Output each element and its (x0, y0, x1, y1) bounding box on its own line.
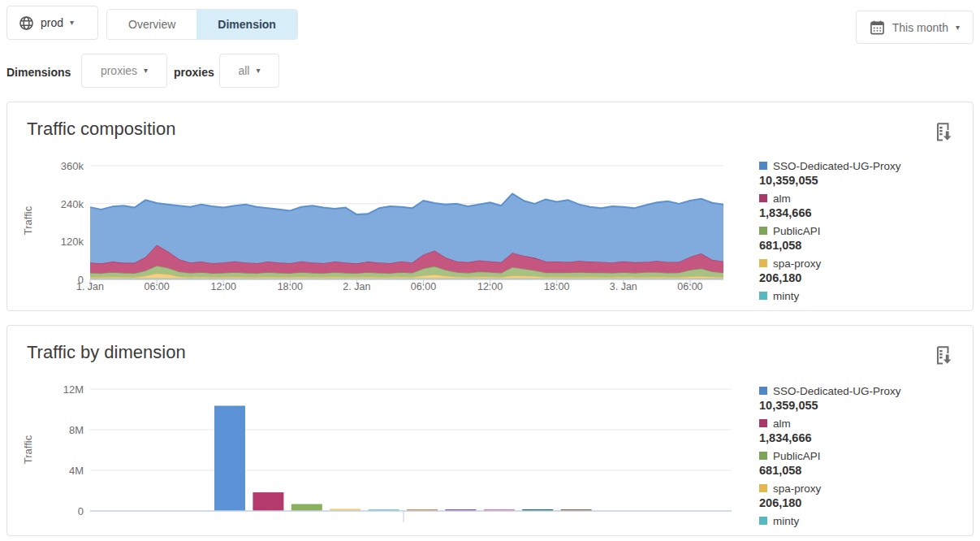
chevron-down-icon: ▾ (144, 67, 148, 75)
y-tick-label: 360k (30, 160, 84, 172)
traffic-by-dimension-card: Traffic by dimension Traffic 04M8M12M SS… (6, 325, 974, 536)
legend-swatch (759, 259, 767, 267)
legend-label: spa-proxy (773, 258, 821, 270)
dimension-select[interactable]: proxies ▾ (81, 54, 167, 88)
filters-row: Dimensions proxies ▾ proxies all ▾ (0, 50, 980, 96)
legend-item: spa-proxy206,180 (759, 255, 962, 288)
area-series-SSO-Dedicated-UG-Proxy (90, 193, 723, 263)
y-tick-label: 240k (30, 198, 84, 210)
x-tick-label: 12:00 (211, 281, 236, 292)
dimension-value-select[interactable]: all ▾ (219, 54, 279, 88)
legend-value (759, 529, 962, 536)
chevron-down-icon: ▾ (256, 67, 260, 75)
legend-value: 1,834,666 (759, 206, 962, 223)
legend-label: SSO-Dedicated-UG-Proxy (773, 160, 901, 172)
x-tick-label: 1. Jan (76, 281, 104, 292)
legend-swatch (759, 452, 767, 460)
chart-legend: SSO-Dedicated-UG-Proxy10,359,055alm1,834… (759, 383, 962, 536)
legend-item: alm1,834,666 (759, 415, 962, 448)
legend-value (759, 304, 962, 311)
bar-alm (253, 492, 283, 511)
x-tick-label: 18:00 (278, 281, 303, 292)
card-title: Traffic composition (27, 119, 175, 140)
y-tick-label: 12M (30, 383, 84, 396)
dimension-name-label: proxies (174, 66, 214, 79)
legend-item: alm1,834,666 (759, 190, 962, 223)
chevron-down-icon: ▾ (70, 19, 74, 27)
chevron-down-icon: ▾ (956, 24, 960, 32)
y-axis-title: Traffic (22, 206, 34, 235)
export-report-icon[interactable] (935, 345, 953, 366)
x-tick-label: 12:00 (477, 281, 503, 292)
tab-dimension[interactable]: Dimension (196, 10, 297, 39)
export-report-icon[interactable] (935, 122, 953, 143)
legend-item: SSO-Dedicated-UG-Proxy10,359,055 (759, 158, 962, 190)
bar-PublicAPI (291, 504, 322, 512)
legend-label: spa-proxy (773, 483, 821, 495)
legend-item: minty (759, 288, 962, 311)
dimensions-title: Dimensions (6, 66, 71, 79)
bar-SSO-Dedicated-UG-Proxy (214, 406, 245, 512)
top-bar: prod ▾ Overview Dimension This month ▾ (0, 0, 980, 50)
legend-value: 10,359,055 (759, 399, 962, 415)
legend-swatch (759, 162, 767, 170)
x-tick-label: 18:00 (544, 281, 569, 292)
legend-item: PublicAPI681,058 (759, 448, 962, 480)
legend-label: PublicAPI (773, 450, 821, 462)
legend-label: minty (773, 290, 799, 302)
legend-swatch (759, 194, 767, 202)
dashboard-page: prod ▾ Overview Dimension This month ▾ (0, 0, 980, 541)
bar-chart[interactable] (90, 389, 732, 524)
date-range-dropdown[interactable]: This month ▾ (856, 11, 974, 44)
legend-value: 681,058 (759, 239, 962, 255)
chart-legend: SSO-Dedicated-UG-Proxy10,359,055alm1,834… (759, 158, 962, 311)
legend-item: SSO-Dedicated-UG-Proxy10,359,055 (759, 383, 962, 415)
environment-label: prod (41, 16, 63, 29)
x-tick-label: 06:00 (144, 281, 169, 292)
legend-value: 206,180 (759, 271, 962, 288)
y-tick-label: 8M (30, 424, 84, 436)
legend-label: alm (773, 193, 791, 205)
y-tick-label: 4M (30, 465, 84, 477)
date-range-label: This month (892, 21, 948, 34)
legend-swatch (759, 227, 767, 235)
legend-label: PublicAPI (773, 225, 821, 237)
legend-label: alm (773, 418, 791, 430)
x-tick-label: 06:00 (411, 281, 436, 292)
legend-label: SSO-Dedicated-UG-Proxy (773, 385, 901, 397)
card-title: Traffic by dimension (27, 342, 186, 363)
view-tabs: Overview Dimension (106, 9, 298, 40)
legend-value: 1,834,666 (759, 431, 962, 448)
tab-overview[interactable]: Overview (107, 10, 196, 39)
legend-swatch (759, 517, 767, 525)
y-tick-label: 120k (30, 236, 84, 248)
x-tick-label: 2. Jan (343, 281, 370, 292)
dimension-select-value: proxies (101, 64, 137, 77)
legend-value: 206,180 (759, 496, 962, 513)
legend-label: minty (773, 515, 799, 527)
legend-swatch (759, 387, 767, 395)
legend-swatch (759, 419, 767, 427)
legend-swatch (759, 484, 767, 492)
legend-item: spa-proxy206,180 (759, 480, 962, 513)
traffic-composition-card: Traffic composition Traffic 0120k240k360… (6, 102, 974, 311)
x-tick-label: 3. Jan (610, 281, 637, 292)
dimension-value-select-value: all (238, 64, 249, 77)
x-tick-label: 06:00 (677, 281, 702, 292)
legend-swatch (759, 292, 767, 300)
stacked-area-chart[interactable] (90, 166, 723, 279)
legend-value: 10,359,055 (759, 174, 962, 190)
legend-item: minty (759, 513, 962, 536)
y-tick-label: 0 (30, 505, 84, 517)
y-axis-title: Traffic (22, 435, 34, 464)
globe-icon (19, 15, 34, 31)
legend-value: 681,058 (759, 464, 962, 480)
calendar-icon (870, 19, 885, 35)
legend-item: PublicAPI681,058 (759, 223, 962, 255)
x-axis-tick-labels: 1. Jan06:0012:0018:002. Jan06:0012:0018:… (90, 281, 723, 294)
environment-dropdown[interactable]: prod ▾ (6, 6, 98, 40)
